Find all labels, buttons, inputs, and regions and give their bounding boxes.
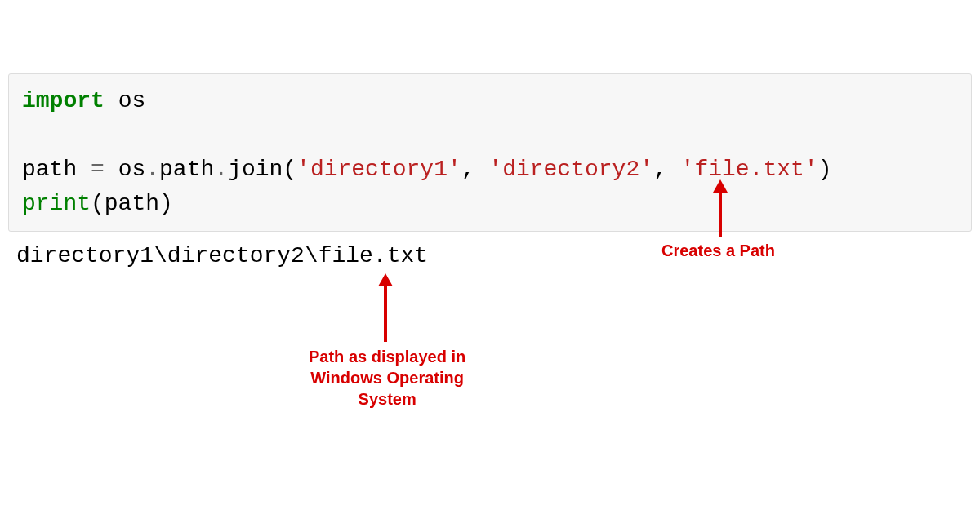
annotation-creates-path: Creates a Path [662, 240, 775, 261]
string-literal: 'directory2' [488, 157, 653, 182]
keyword-import: import [22, 88, 105, 113]
string-literal: 'directory1' [296, 157, 461, 182]
variable-name: path [22, 157, 91, 182]
code-text: , [461, 157, 489, 182]
code-output: directory1\directory2\file.txt [0, 232, 980, 280]
function-print: print [22, 191, 91, 216]
code-text: (path) [91, 191, 173, 216]
operator-dot: . [214, 157, 228, 182]
operator-dot: . [145, 157, 159, 182]
string-literal: 'file.txt' [681, 157, 818, 182]
code-block: import os path = os.path.join('directory… [8, 73, 972, 232]
code-text: os [105, 157, 145, 182]
code-text: , [653, 157, 681, 182]
operator-assign: = [91, 157, 105, 182]
code-text: ) [818, 157, 832, 182]
code-text: path [159, 157, 214, 182]
annotation-path-displayed: Path as displayed in Windows Operating S… [309, 346, 466, 410]
module-name: os [105, 88, 145, 113]
code-text: join( [228, 157, 296, 182]
